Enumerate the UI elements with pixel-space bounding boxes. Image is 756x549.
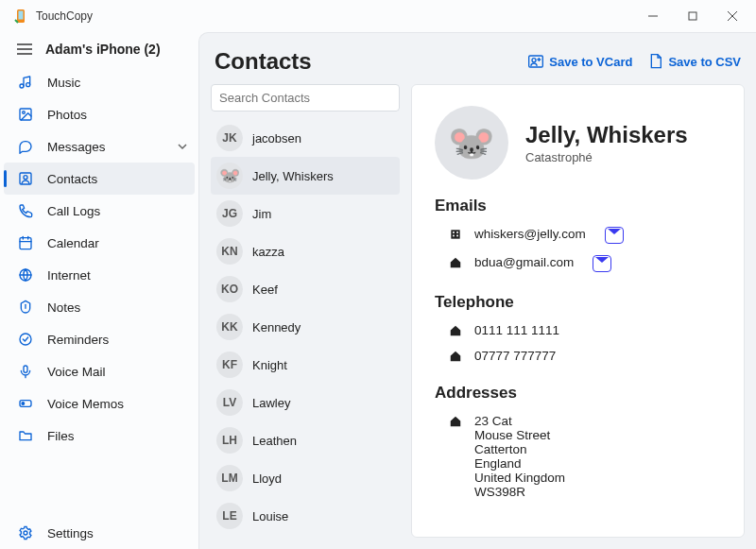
contact-row-name: Jelly, Whiskers xyxy=(252,169,334,183)
note-icon xyxy=(17,299,34,316)
contact-row-name: Keef xyxy=(252,283,278,297)
contact-avatar-small: LV xyxy=(216,389,243,416)
svg-rect-30 xyxy=(451,230,459,238)
contact-list[interactable]: JKjacobsen🐭Jelly, WhiskersJGJimKNkazzaKO… xyxy=(211,119,400,538)
hamburger-icon xyxy=(17,43,32,55)
sidebar-item-reminders[interactable]: Reminders xyxy=(0,323,198,355)
contact-row-name: jacobsen xyxy=(252,131,301,146)
company-icon xyxy=(448,228,463,241)
page-title: Contacts xyxy=(215,48,312,75)
sidebar-item-label: Files xyxy=(47,429,75,443)
contact-row[interactable]: LVLawley xyxy=(211,384,400,421)
contact-row[interactable]: LHLeathen xyxy=(211,421,400,459)
svg-point-21 xyxy=(20,334,31,345)
save-to-vcard-button[interactable]: Save to VCard xyxy=(528,55,632,69)
addresses-heading: Addresses xyxy=(435,384,721,403)
window-minimize-button[interactable] xyxy=(633,2,673,30)
contact-row[interactable]: KKKennedy xyxy=(211,308,400,346)
search-input[interactable] xyxy=(211,84,400,112)
save-to-csv-button[interactable]: Save to CSV xyxy=(649,54,741,69)
contact-row[interactable]: LMLloyd xyxy=(211,459,400,497)
contact-row[interactable]: 🐭Jelly, Whiskers xyxy=(211,157,400,195)
svg-rect-22 xyxy=(24,366,27,372)
contact-row-name: Louise xyxy=(252,509,288,523)
contact-row[interactable]: JGJim xyxy=(211,195,400,232)
titlebar: TouchCopy xyxy=(0,0,756,32)
globe-icon xyxy=(17,266,34,283)
sidebar-item-settings[interactable]: Settings xyxy=(0,517,198,549)
contact-detail-pane: 🐭 Jelly, Whiskers Catastrophé Emails whi… xyxy=(411,84,745,538)
contact-avatar: 🐭 xyxy=(435,106,508,180)
contact-avatar-small: KO xyxy=(216,276,243,302)
svg-point-25 xyxy=(24,531,27,535)
chat-icon xyxy=(17,138,34,155)
main-header: Contacts Save to VCard Save to CSV xyxy=(211,44,745,84)
contact-row-name: Leathen xyxy=(252,434,297,448)
svg-point-10 xyxy=(26,83,30,87)
chevron-down-icon xyxy=(178,142,187,151)
contact-avatar-small: LH xyxy=(216,427,243,454)
contact-list-pane: JKjacobsen🐭Jelly, WhiskersJGJimKNkazzaKO… xyxy=(211,84,400,538)
phone-field: 0111 111 1111 xyxy=(435,319,721,345)
contact-row[interactable]: LELouise xyxy=(211,497,400,535)
sidebar-device-header[interactable]: Adam's iPhone (2) xyxy=(0,34,198,66)
sidebar-item-label: Call Logs xyxy=(47,204,100,218)
contact-avatar-small: KN xyxy=(216,238,243,265)
svg-rect-33 xyxy=(453,235,455,237)
csv-icon xyxy=(649,54,662,69)
contact-row-name: Lawley xyxy=(252,396,290,410)
contact-row[interactable]: LFLucynda xyxy=(211,535,400,538)
emails-heading: Emails xyxy=(435,197,721,215)
svg-rect-32 xyxy=(456,232,458,233)
settings-label: Settings xyxy=(47,526,94,540)
contact-row[interactable]: JKjacobsen xyxy=(211,119,400,157)
svg-point-24 xyxy=(22,403,25,405)
window-close-button[interactable] xyxy=(713,2,752,30)
mic-icon xyxy=(17,363,34,380)
email-field: whiskers@jelly.com xyxy=(435,223,721,251)
phone-value: 07777 777777 xyxy=(474,349,556,363)
contact-name: Jelly, Whiskers xyxy=(525,122,688,148)
svg-rect-3 xyxy=(689,12,696,20)
sidebar-item-label: Internet xyxy=(47,268,91,283)
sidebar-item-contacts[interactable]: Contacts xyxy=(4,163,195,195)
svg-point-14 xyxy=(24,176,27,180)
vcard-icon xyxy=(528,55,543,68)
sidebar-item-calllogs[interactable]: Call Logs xyxy=(0,195,198,227)
contact-row-name: Kennedy xyxy=(252,320,301,335)
folder-icon xyxy=(17,427,34,444)
compose-email-button[interactable] xyxy=(593,255,611,272)
contact-subtitle: Catastrophé xyxy=(525,150,688,164)
contact-avatar-small: KF xyxy=(216,352,243,378)
sidebar-item-voicemail[interactable]: Voice Mail xyxy=(0,355,198,387)
svg-rect-34 xyxy=(456,235,458,237)
contact-row-name: Knight xyxy=(252,358,287,372)
email-value: bdua@gmail.com xyxy=(474,255,574,269)
contact-row[interactable]: KOKeef xyxy=(211,270,400,308)
music-icon xyxy=(17,74,34,91)
sidebar-item-label: Photos xyxy=(47,108,87,122)
contact-row[interactable]: KNkazza xyxy=(211,232,400,270)
app-logo xyxy=(13,9,28,24)
sidebar-item-music[interactable]: Music xyxy=(0,66,198,98)
sidebar-item-photos[interactable]: Photos xyxy=(0,98,198,130)
sidebar-item-internet[interactable]: Internet xyxy=(0,259,198,291)
calendar-icon xyxy=(17,234,34,251)
home-icon xyxy=(448,415,463,428)
compose-email-button[interactable] xyxy=(605,227,624,244)
device-label: Adam's iPhone (2) xyxy=(45,42,161,57)
sidebar-item-calendar[interactable]: Calendar xyxy=(0,227,198,259)
contact-icon xyxy=(17,170,34,187)
contact-row[interactable]: KFKnight xyxy=(211,346,400,384)
contact-avatar-small: LE xyxy=(216,503,243,529)
sidebar-item-messages[interactable]: Messages xyxy=(0,130,198,163)
svg-point-12 xyxy=(23,112,26,114)
sidebar-item-files[interactable]: Files xyxy=(0,420,198,452)
window-maximize-button[interactable] xyxy=(673,2,713,30)
sidebar-item-voicememos[interactable]: Voice Memos xyxy=(0,387,198,420)
gear-icon xyxy=(17,524,34,541)
email-field: bdua@gmail.com xyxy=(435,251,721,280)
sidebar-item-label: Calendar xyxy=(47,236,99,250)
sidebar-item-label: Reminders xyxy=(47,333,109,347)
sidebar-item-notes[interactable]: Notes xyxy=(0,291,198,323)
